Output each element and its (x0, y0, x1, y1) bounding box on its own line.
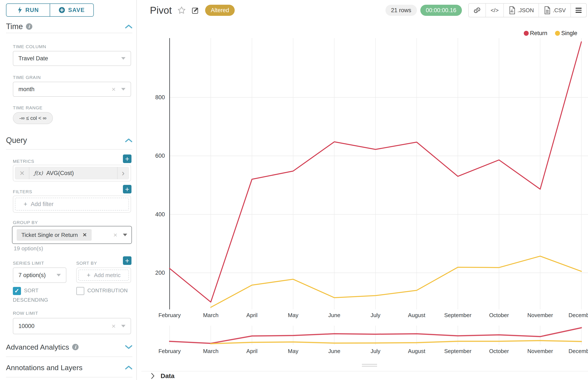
svg-text:May: May (288, 312, 298, 318)
svg-text:August: August (408, 348, 426, 354)
run-button[interactable]: RUN (6, 4, 50, 16)
add-filter-dropzone[interactable]: + Add filter (15, 198, 129, 210)
chevron-down-icon (121, 88, 125, 91)
advanced-analytics-title: Advanced Analytics (6, 343, 69, 351)
fx-icon: ƒ(x) (34, 170, 43, 176)
contribution-label: CONTRIBUTION (87, 287, 128, 293)
time-range-pill[interactable]: -∞ ≤ col < ∞ (13, 112, 53, 124)
series-limit-label: SERIES LIMIT (13, 261, 44, 266)
chevron-down-icon (121, 57, 125, 60)
divider (6, 357, 132, 357)
group-by-chip[interactable]: Ticket Single or Return ✕ (17, 229, 92, 241)
divider (6, 33, 132, 33)
plus-circle-icon (59, 7, 65, 13)
svg-text:September: September (444, 348, 472, 354)
filters-label: FILTERS (13, 189, 32, 194)
sort-descending-checkbox[interactable]: ✓ (13, 287, 21, 295)
row-limit-label: ROW LIMIT (13, 311, 38, 316)
svg-text:May: May (288, 348, 298, 354)
remove-metric-icon[interactable]: ✕ (15, 167, 29, 179)
annotations-header[interactable]: Annotations and Layers (6, 362, 132, 373)
svg-text:600: 600 (155, 152, 165, 159)
info-icon: i (72, 344, 79, 350)
filters-field: + Add filter (13, 196, 131, 213)
metric-value: AVG(Cost) (46, 170, 74, 176)
data-section-label: Data (161, 372, 175, 380)
contribution-control: CONTRIBUTION (76, 286, 138, 295)
time-column-label: TIME COLUMN (13, 44, 46, 49)
clear-icon[interactable]: × (112, 323, 116, 329)
sort-by-placeholder: Add metric (94, 272, 121, 279)
svg-text:April: April (246, 348, 258, 354)
panel-resize-handle[interactable] (362, 364, 377, 367)
time-grain-value: month (19, 86, 35, 93)
divider (6, 377, 132, 378)
chevron-up-icon[interactable] (125, 24, 132, 29)
time-column-select[interactable]: Travel Date (13, 51, 131, 66)
clear-icon[interactable]: × (113, 231, 117, 238)
clear-icon[interactable]: × (112, 86, 116, 93)
chart-canvas[interactable]: 200400600800FebruaryMarchAprilMayJuneJul… (141, 0, 588, 380)
series-limit-value: 7 option(s) (19, 272, 46, 279)
time-column-value: Travel Date (19, 55, 48, 62)
row-limit-select[interactable]: 10000 × (13, 318, 131, 334)
add-sort-metric-button[interactable]: + (123, 256, 131, 265)
query-section-header[interactable]: Query (6, 135, 132, 146)
svg-text:December: December (568, 348, 588, 354)
row-limit-value: 10000 (19, 323, 35, 329)
save-button-label: SAVE (68, 7, 85, 14)
add-filter-button[interactable]: + (123, 185, 131, 193)
metrics-field: ✕ ƒ(x) AVG(Cost) › (13, 165, 131, 181)
divider (6, 149, 132, 150)
svg-text:400: 400 (155, 211, 165, 218)
plus-icon: + (87, 271, 91, 279)
info-icon: i (26, 23, 32, 30)
contribution-checkbox[interactable] (76, 287, 84, 295)
svg-text:November: November (527, 348, 553, 354)
sort-by-field: + Add metric (76, 267, 131, 283)
time-grain-label: TIME GRAIN (13, 75, 41, 80)
run-button-label: RUN (25, 7, 39, 14)
svg-text:August: August (408, 312, 426, 318)
remove-chip-icon[interactable]: ✕ (82, 232, 87, 238)
time-range-value: -∞ ≤ col < ∞ (19, 115, 46, 121)
add-metric-button[interactable]: + (123, 154, 131, 163)
sort-by-label: SORT BY (76, 261, 97, 266)
chevron-right-icon (151, 373, 155, 379)
group-by-label: GROUP BY (13, 220, 38, 225)
chevron-down-icon (123, 234, 127, 236)
series-limit-select[interactable]: 7 option(s) (13, 267, 66, 283)
svg-text:November: November (527, 312, 553, 318)
time-section-header[interactable]: Time i (6, 21, 132, 32)
chevron-down-icon (121, 325, 125, 327)
save-button[interactable]: SAVE (50, 4, 93, 16)
svg-text:September: September (444, 312, 472, 318)
chevron-right-icon[interactable]: › (117, 167, 129, 179)
svg-text:June: June (328, 348, 340, 354)
data-section-toggle[interactable]: Data (141, 371, 588, 380)
group-by-select[interactable]: Ticket Single or Return ✕ × (12, 226, 132, 244)
time-grain-select[interactable]: month × (13, 82, 131, 97)
lightning-icon (17, 7, 22, 14)
plus-icon: + (23, 200, 27, 208)
svg-text:July: July (370, 312, 380, 318)
metrics-label: METRICS (13, 159, 34, 164)
svg-text:800: 800 (155, 94, 165, 101)
svg-text:March: March (203, 312, 218, 318)
svg-text:October: October (489, 312, 509, 318)
query-section-title: Query (6, 136, 27, 145)
svg-text:February: February (159, 348, 181, 354)
svg-text:February: February (159, 312, 181, 318)
metric-pill[interactable]: ✕ ƒ(x) AVG(Cost) › (15, 167, 129, 179)
add-sort-metric-dropzone[interactable]: + Add metric (78, 270, 129, 281)
svg-text:June: June (328, 312, 340, 318)
group-by-chip-label: Ticket Single or Return (21, 232, 78, 238)
chevron-up-icon[interactable] (125, 365, 132, 370)
chevron-up-icon[interactable] (125, 138, 132, 143)
panel-divider (136, 0, 137, 380)
advanced-analytics-header[interactable]: Advanced Analytics i (6, 342, 132, 352)
sort-descending-control: ✓SORT DESCENDING (13, 286, 68, 305)
chevron-down-icon[interactable] (125, 345, 132, 349)
chevron-down-icon (57, 274, 61, 276)
run-save-button-group: RUN SAVE (6, 3, 94, 17)
